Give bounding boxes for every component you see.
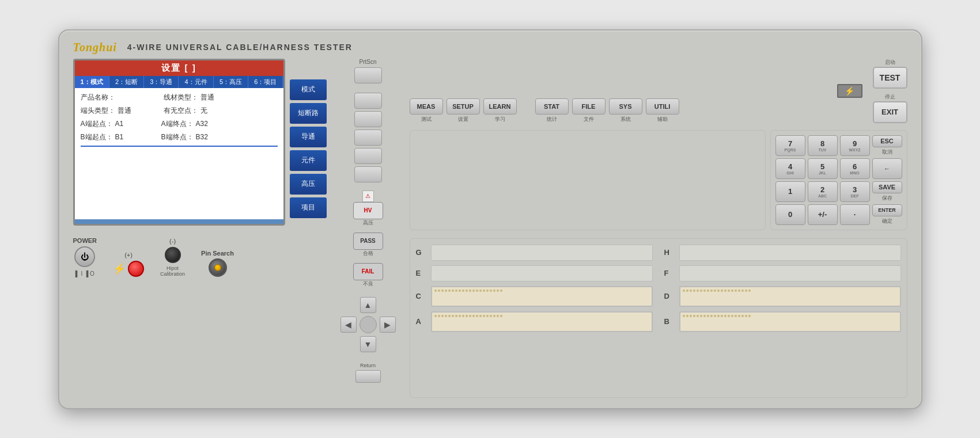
connector-slot-h [679, 245, 901, 261]
screen-tab-1[interactable]: 1：模式 [75, 76, 109, 88]
device: Tonghui 4-WIRE UNIVERSAL CABLE/HARNESS T… [58, 29, 922, 409]
pin-search-knob[interactable] [209, 258, 227, 277]
hipot-label: Hipot Calibration [160, 265, 185, 277]
screen-content: 产品名称： 线材类型： 普通 端头类型： 普通 [75, 88, 283, 219]
sidebar-btn-cont[interactable]: 导通 [290, 127, 327, 147]
dpad-left[interactable]: ◀ [340, 317, 357, 333]
screen-tab-2[interactable]: 2：短断 [109, 76, 144, 88]
setup-button[interactable]: SETUP [447, 98, 480, 115]
dpad-up[interactable]: ▲ [360, 297, 376, 313]
sidebar-btn-comp[interactable]: 元件 [290, 150, 327, 171]
dpad-down[interactable]: ▼ [360, 336, 376, 352]
start-label: 启动 [885, 59, 895, 66]
hv-indicator[interactable]: HV [353, 202, 383, 219]
field-label-3: 有无空点： [164, 106, 198, 116]
side-btn-1[interactable] [354, 93, 382, 109]
screen-tabs: 1：模式 2：短断 3：导通 4：元件 5：高压 6：项目 [75, 76, 283, 88]
pin-search-inner [214, 264, 221, 271]
connector-slot-c [431, 286, 653, 307]
num-6[interactable]: 6 MNO [840, 158, 870, 179]
file-button[interactable]: FILE [572, 98, 606, 115]
save-label: 保存 [882, 195, 892, 202]
pin [434, 290, 437, 292]
left-panel: 设置 [ ] 1：模式 2：短断 3：导通 4：元件 5：高压 6：项目 产品名… [73, 59, 327, 398]
num-4[interactable]: 4 GHI [775, 158, 805, 179]
stat-label: 统计 [547, 116, 557, 123]
side-btn-5[interactable] [354, 166, 382, 182]
utili-group: UTILI 辅助 [646, 98, 679, 123]
field-value-2: 普通 [118, 106, 141, 116]
meas-button[interactable]: MEAS [410, 98, 443, 115]
num-0[interactable]: 0 [775, 204, 805, 225]
connector-slot-e [431, 265, 653, 281]
pass-indicator[interactable]: PASS [353, 233, 383, 250]
screen-tab-5[interactable]: 5：高压 [214, 76, 248, 88]
plus-label: (+) [124, 252, 133, 258]
num-8[interactable]: 8 TUV [808, 135, 838, 156]
sys-button[interactable]: SYS [609, 98, 642, 115]
dpad-right[interactable]: ▶ [380, 317, 396, 333]
brand-logo: Tonghui [73, 41, 117, 54]
connector-slot-d [679, 286, 901, 307]
num-2[interactable]: 2 ABC [808, 181, 838, 202]
return-button[interactable] [355, 370, 381, 383]
sidebar-btn-mode[interactable]: 模式 [290, 79, 327, 100]
sidebar-btn-item[interactable]: 项目 [290, 197, 327, 218]
sidebar-btn-hv[interactable]: 高压 [290, 174, 327, 195]
connector-c: C [416, 286, 653, 307]
hv-sub: 高压 [363, 219, 373, 227]
field-label-1: 线材类型： [164, 93, 198, 102]
connector-e: E [416, 265, 653, 281]
sidebar-btn-short[interactable]: 短断路 [290, 103, 327, 124]
stop-label: 停止 [885, 93, 895, 101]
num-5[interactable]: 5 JKL [808, 158, 838, 179]
utili-label: 辅助 [657, 116, 668, 123]
field-value-3: 无 [200, 106, 224, 116]
prtscn-button[interactable] [354, 67, 382, 83]
connector-slot-g [431, 245, 653, 261]
num-7[interactable]: 7 PQRS [775, 135, 805, 156]
num-3[interactable]: 3 DEF [840, 181, 870, 202]
main-body: 设置 [ ] 1：模式 2：短断 3：导通 4：元件 5：高压 6：项目 产品名… [73, 59, 907, 398]
side-btn-3[interactable] [354, 130, 382, 146]
field-value-4: A1 [115, 120, 138, 128]
utili-button[interactable]: UTILI [646, 98, 679, 115]
test-button[interactable]: TEST [873, 67, 907, 89]
dpad-center [360, 316, 377, 333]
enter-button[interactable]: ENTER [872, 204, 902, 216]
screen-title: 设置 [ ] [75, 60, 283, 76]
backspace-button[interactable]: ← [872, 158, 902, 179]
sys-group: SYS 系统 [609, 98, 642, 123]
exit-button[interactable]: EXIT [873, 101, 907, 123]
power-symbols: ▌ I ▐ O [75, 271, 94, 277]
screen-tab-3[interactable]: 3：导通 [144, 76, 179, 88]
num-1[interactable]: 1 [775, 181, 805, 202]
screen: 设置 [ ] 1：模式 2：短断 3：导通 4：元件 5：高压 6：项目 产品名… [73, 59, 285, 226]
screen-tab-6[interactable]: 6：项目 [248, 76, 283, 88]
side-btn-2[interactable] [354, 111, 382, 127]
dot-button[interactable]: · [840, 204, 870, 225]
meas-label: 测试 [421, 116, 432, 123]
learn-button[interactable]: LEARN [483, 98, 517, 115]
field-value-7: B32 [196, 133, 219, 141]
plus-minus-button[interactable]: +/- [808, 204, 838, 225]
probe-negative [165, 247, 181, 263]
field-value-5: A32 [196, 120, 219, 128]
power-label: POWER [73, 237, 97, 244]
screen-tab-4[interactable]: 4：元件 [179, 76, 213, 88]
power-button[interactable]: ⏻ [74, 246, 95, 267]
fail-indicator[interactable]: FAIL [353, 263, 383, 280]
top-label: Tonghui 4-WIRE UNIVERSAL CABLE/HARNESS T… [73, 41, 907, 54]
indicator-group: ⚠ HV 高压 PASS 合格 FAIL 不良 [353, 191, 383, 288]
connector-d: D [664, 286, 901, 307]
save-button[interactable]: SAVE [872, 181, 902, 193]
stat-button[interactable]: STAT [535, 98, 569, 115]
field-label-7: B端终点： [161, 132, 194, 142]
field-label-4: A端起点： [81, 119, 113, 129]
esc-button[interactable]: ESC [872, 135, 902, 147]
connector-h: H [664, 245, 901, 261]
num-9[interactable]: 9 WXYZ [840, 135, 870, 156]
side-btn-4[interactable] [354, 148, 382, 164]
dpad-container: ▲ ▼ ◀ ▶ [339, 296, 397, 353]
connector-b: B [664, 311, 901, 332]
